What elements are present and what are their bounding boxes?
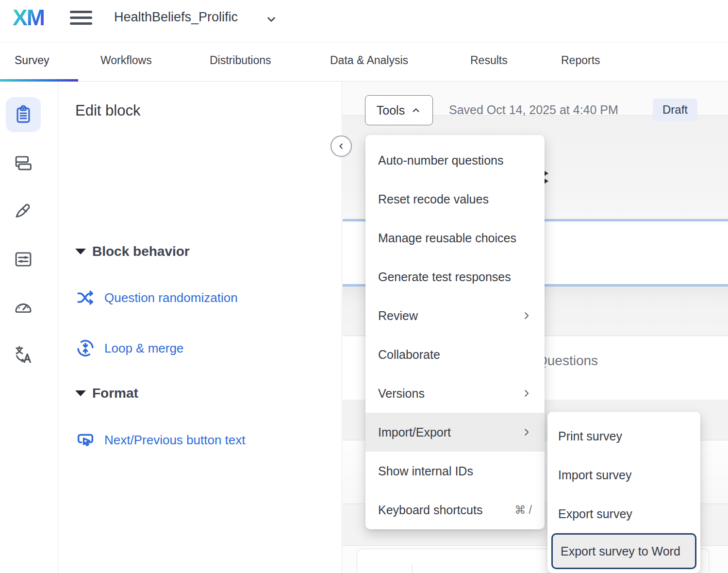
- questions-count-label: Questions: [537, 353, 598, 369]
- menu-item-versions[interactable]: Versions: [365, 374, 545, 413]
- sidebar-item-survey-builder[interactable]: [6, 97, 41, 132]
- tab-workflows[interactable]: Workflows: [100, 54, 152, 67]
- saved-status-text: Saved Oct 14, 2025 at 4:40 PM: [449, 103, 618, 117]
- sidebar-item-translations[interactable]: [6, 337, 41, 372]
- chevron-right-icon: [521, 427, 532, 438]
- import-export-submenu: Print survey Import survey Export survey…: [547, 412, 700, 573]
- menu-item-keyboard-shortcuts[interactable]: Keyboard shortcuts ⌘ /: [365, 490, 545, 529]
- active-tab-underline: [0, 79, 78, 82]
- paintbrush-icon: [13, 202, 33, 222]
- triangle-down-icon: [75, 249, 86, 254]
- button-cursor-icon: [75, 430, 96, 450]
- sidebar-item-quotas[interactable]: [6, 289, 41, 324]
- edit-block-panel: Edit block Block behavior Question rando…: [59, 82, 342, 573]
- submenu-item-import-survey[interactable]: Import survey: [547, 455, 700, 494]
- submenu-item-export-survey[interactable]: Export survey: [547, 494, 700, 533]
- chevron-right-icon: [521, 310, 532, 321]
- sidebar-item-survey-flow[interactable]: [6, 146, 41, 181]
- question-randomization-link[interactable]: Question randomization: [75, 287, 238, 308]
- menu-item-collaborate[interactable]: Collaborate: [365, 335, 545, 374]
- menu-item-review[interactable]: Review: [365, 296, 545, 335]
- tab-results[interactable]: Results: [470, 54, 508, 67]
- loop-icon: [75, 338, 96, 358]
- sidebar-item-look-and-feel[interactable]: [6, 194, 41, 229]
- translate-icon: [13, 344, 34, 365]
- next-previous-button-text-link[interactable]: Next/Previous button text: [75, 430, 245, 450]
- app-header: XM HealthBeliefs_Prolific: [0, 0, 728, 42]
- sidebar-item-survey-options[interactable]: [6, 242, 41, 277]
- menu-item-auto-number-questions[interactable]: Auto-number questions: [365, 141, 545, 180]
- triangle-down-icon: [75, 390, 86, 396]
- section-format[interactable]: Format: [75, 386, 138, 401]
- section-block-behavior[interactable]: Block behavior: [75, 244, 190, 259]
- menu-item-manage-reusable-choices[interactable]: Manage reusable choices: [365, 219, 545, 257]
- tab-data-analysis[interactable]: Data & Analysis: [330, 54, 408, 67]
- blocks-icon: [13, 153, 33, 173]
- shuffle-icon: [75, 287, 96, 308]
- tab-distributions[interactable]: Distributions: [210, 54, 271, 67]
- chevron-down-icon[interactable]: [265, 13, 278, 26]
- collapsed-item-arrow-icon: [545, 171, 548, 176]
- tab-reports[interactable]: Reports: [561, 54, 600, 67]
- settings-sliders-icon: [13, 249, 33, 270]
- clipboard-icon: [13, 104, 33, 125]
- draft-status-badge: Draft: [653, 99, 697, 121]
- menu-item-generate-test-responses[interactable]: Generate test responses: [365, 257, 545, 296]
- main-navbar: Survey Workflows Distributions Data & An…: [0, 42, 728, 82]
- shortcut-hint: ⌘ /: [514, 504, 532, 517]
- panel-title: Edit block: [75, 102, 140, 119]
- survey-name[interactable]: HealthBeliefs_Prolific: [114, 10, 238, 25]
- tools-button[interactable]: Tools: [365, 95, 433, 125]
- menu-item-reset-recode-values[interactable]: Reset recode values: [365, 180, 545, 219]
- collapse-panel-button[interactable]: [331, 135, 352, 157]
- tools-dropdown-menu: Auto-number questions Reset recode value…: [365, 135, 545, 529]
- builder-icon-rail: [0, 82, 58, 573]
- card-divider: [412, 565, 413, 573]
- gauge-icon: [13, 296, 34, 318]
- collapsed-item-arrow-icon: [545, 179, 548, 184]
- qualtrics-survey-editor: Questions XM HealthBeliefs_Prolific Surv…: [0, 0, 728, 573]
- loop-merge-link[interactable]: Loop & merge: [75, 338, 183, 358]
- chevron-left-icon: [337, 142, 346, 151]
- hamburger-menu-icon[interactable]: [70, 11, 92, 25]
- chevron-right-icon: [521, 388, 532, 399]
- menu-item-show-internal-ids[interactable]: Show internal IDs: [365, 452, 545, 490]
- submenu-item-export-survey-to-word[interactable]: Export survey to Word: [551, 533, 696, 569]
- xm-logo: XM: [13, 4, 44, 31]
- submenu-item-print-survey[interactable]: Print survey: [547, 417, 700, 455]
- tab-survey[interactable]: Survey: [15, 54, 50, 67]
- menu-item-import-export[interactable]: Import/Export: [365, 413, 545, 452]
- chevron-up-icon: [411, 105, 421, 116]
